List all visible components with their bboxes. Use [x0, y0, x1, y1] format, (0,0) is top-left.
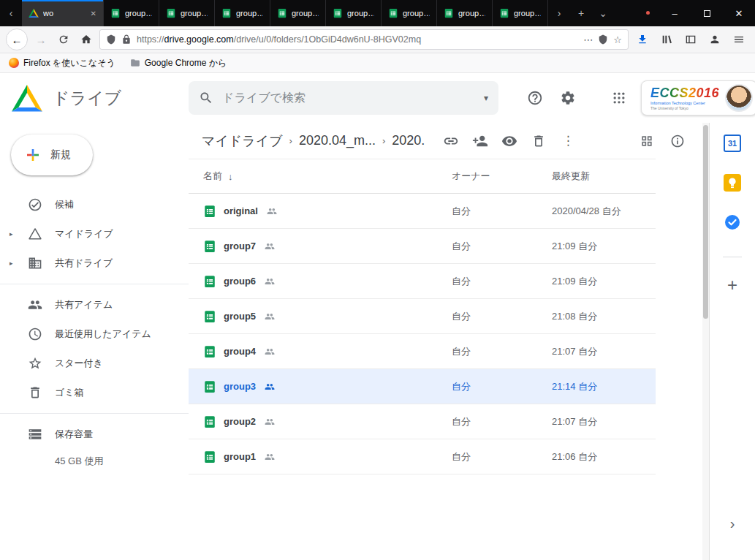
tab-group-spreadsheet[interactable]: group… — [215, 0, 270, 26]
account-badge[interactable]: ECCS2016 Information Technology Center T… — [641, 80, 755, 116]
calendar-icon[interactable]: 31 — [723, 134, 742, 153]
protection-badge-icon[interactable] — [598, 34, 608, 45]
scrollbar-thumb[interactable] — [703, 125, 708, 319]
org-brand: ECCS2016 — [650, 86, 719, 101]
google-apps-grid-icon[interactable] — [604, 83, 634, 113]
sheets-favicon-icon — [277, 8, 287, 18]
forward-button[interactable]: → — [31, 30, 50, 49]
file-name: group3 — [224, 381, 256, 392]
file-row[interactable]: group1 自分 21:06 自分 — [189, 439, 656, 474]
more-actions-icon[interactable]: ⋮ — [555, 128, 581, 154]
add-addon-plus-icon[interactable]: + — [727, 276, 737, 294]
expand-panel-chevron-icon[interactable]: › — [730, 515, 735, 532]
minimize-button[interactable]: – — [659, 0, 691, 26]
tab-group-spreadsheet[interactable]: group… — [104, 0, 159, 26]
share-person-add-icon[interactable] — [467, 128, 493, 154]
grid-view-icon[interactable] — [634, 128, 660, 154]
drive-logo[interactable]: ドライブ — [12, 85, 189, 112]
search-bar[interactable]: ▾ — [189, 81, 498, 115]
downloads-icon[interactable] — [634, 30, 651, 49]
tab-group-spreadsheet[interactable]: group… — [382, 0, 437, 26]
tab-group-spreadsheet[interactable]: group… — [437, 0, 493, 26]
tracking-protection-shield-icon[interactable] — [106, 34, 116, 45]
sidebar-item-shared-with-me[interactable]: 共有アイテム — [0, 290, 189, 319]
hamburger-menu-icon[interactable] — [730, 30, 748, 49]
tab-title: group… — [347, 9, 374, 18]
file-list: 名前 ↓ オーナー 最終更新 original 自分 2020/04/28 自分 — [189, 159, 656, 474]
tab-active-drive[interactable]: wo ✕ — [22, 0, 104, 26]
file-row[interactable]: group6 自分 21:09 自分 — [189, 264, 656, 299]
breadcrumb-parent-folder[interactable]: 2020.04_m... — [299, 133, 376, 148]
bookmark-star-icon[interactable]: ☆ — [613, 34, 622, 45]
tab-group-spreadsheet[interactable]: group… — [159, 0, 215, 26]
sidebar-label: 候補 — [55, 198, 74, 211]
file-last-modified: 21:14 自分 — [552, 380, 656, 393]
breadcrumb: マイドライブ › 2020.04_m... › 2020. — [202, 132, 425, 150]
file-row[interactable]: group4 自分 21:07 自分 — [189, 334, 656, 369]
file-row[interactable]: original 自分 2020/04/28 自分 — [189, 194, 656, 229]
expand-arrow-icon[interactable]: ▸ — [10, 230, 13, 238]
new-button-label: 新規 — [50, 148, 71, 162]
search-input[interactable] — [222, 91, 475, 105]
column-name[interactable]: 名前 — [203, 170, 222, 183]
help-icon[interactable] — [520, 83, 550, 113]
expand-arrow-icon[interactable]: ▸ — [10, 260, 13, 267]
new-button[interactable]: 新規 — [11, 135, 93, 175]
account-icon[interactable] — [706, 30, 724, 49]
tab-overflow-button[interactable]: › — [548, 0, 570, 26]
view-controls — [634, 128, 691, 154]
list-all-tabs-button[interactable]: ⌄ — [592, 0, 614, 26]
file-row[interactable]: group3 自分 21:14 自分 — [189, 369, 656, 404]
column-modified[interactable]: 最終更新 — [552, 170, 656, 183]
delete-trash-icon[interactable] — [526, 128, 552, 154]
sidebar-item-shared-drives[interactable]: ▸ 共有ドライブ — [0, 249, 189, 278]
tab-group-spreadsheet[interactable]: group… — [493, 0, 548, 26]
sheets-file-icon — [203, 415, 216, 428]
maximize-button[interactable] — [691, 0, 723, 26]
back-button[interactable]: ← — [6, 29, 28, 50]
keep-icon[interactable] — [723, 173, 742, 192]
https-lock-icon[interactable] — [121, 34, 132, 45]
tab-scroll-left-button[interactable]: ‹ — [0, 0, 22, 26]
bookmarks-bar: Firefox を使いこなそう Google Chrome から — [0, 53, 755, 73]
file-name: group5 — [224, 311, 256, 322]
tab-close-icon[interactable]: ✕ — [91, 10, 96, 18]
file-row[interactable]: group7 自分 21:09 自分 — [189, 229, 656, 264]
details-info-icon[interactable] — [664, 128, 691, 154]
page-actions-dots-icon[interactable]: ⋯ — [583, 34, 593, 45]
drive-favicon-icon — [29, 8, 39, 18]
url-bar[interactable]: https://drive.google.com/drive/u/0/folde… — [99, 29, 629, 50]
settings-gear-icon[interactable] — [553, 83, 583, 113]
breadcrumb-current-folder[interactable]: 2020. — [392, 133, 425, 148]
shared-people-icon — [265, 452, 275, 462]
tab-group-spreadsheet[interactable]: group… — [270, 0, 326, 26]
sidebar-toggle-icon[interactable] — [682, 30, 699, 49]
tab-group-spreadsheet[interactable]: group… — [326, 0, 382, 26]
bookmark-firefox[interactable]: Firefox を使いこなそう — [9, 57, 115, 69]
file-row[interactable]: group5 自分 21:08 自分 — [189, 299, 656, 334]
file-row[interactable]: group2 自分 21:07 自分 — [189, 404, 656, 439]
breadcrumb-my-drive[interactable]: マイドライブ — [202, 132, 283, 150]
sidebar-item-recent[interactable]: 最近使用したアイテム — [0, 319, 189, 349]
column-owner[interactable]: オーナー — [452, 170, 552, 183]
sidebar-item-priority[interactable]: 候補 — [0, 190, 189, 219]
sidebar-item-trash[interactable]: ゴミ箱 — [0, 378, 189, 407]
library-icon[interactable] — [658, 30, 675, 49]
bookmark-chrome-folder[interactable]: Google Chrome から — [130, 57, 227, 69]
file-last-modified: 21:06 自分 — [552, 450, 656, 463]
search-options-caret-icon[interactable]: ▾ — [484, 93, 488, 103]
tasks-icon[interactable] — [723, 213, 742, 232]
new-tab-button[interactable]: + — [570, 0, 592, 26]
sort-descending-icon[interactable]: ↓ — [228, 171, 233, 182]
user-avatar[interactable] — [725, 84, 753, 112]
sidebar-item-my-drive[interactable]: ▸ マイドライブ — [0, 219, 189, 249]
file-name: group6 — [224, 276, 256, 287]
vertical-scrollbar[interactable] — [702, 123, 709, 560]
sidebar-item-starred[interactable]: スター付き — [0, 349, 189, 378]
close-button[interactable]: ✕ — [723, 0, 755, 26]
get-link-icon[interactable] — [438, 128, 464, 154]
preview-eye-icon[interactable] — [496, 128, 523, 154]
home-button[interactable] — [77, 30, 96, 49]
sidebar-item-storage[interactable]: 保存容量 — [0, 420, 189, 449]
reload-button[interactable] — [54, 30, 73, 49]
